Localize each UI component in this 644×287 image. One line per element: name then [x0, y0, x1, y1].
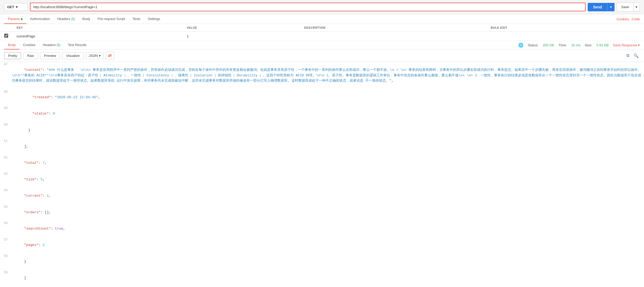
visualize-button[interactable]: Visualize	[62, 52, 84, 59]
tabs-right: Cookies Code	[617, 17, 640, 21]
code-line-57: 57 "pages": 2	[0, 237, 644, 254]
tab-pre-request[interactable]: Pre-request Script	[94, 14, 129, 24]
tab-headers[interactable]: Headers (6)	[54, 14, 79, 24]
code-line-52: 52 "total": 7,	[0, 155, 644, 171]
size-value: 5.62 KB	[596, 43, 608, 47]
response-tabs-bar: Body Cookies Headers (6) Test Results 🌐 …	[0, 41, 644, 50]
preview-button[interactable]: Preview	[40, 52, 60, 59]
code-line-59: 59 }	[0, 270, 644, 286]
tab-tests[interactable]: Tests	[129, 14, 144, 24]
table-row: currentPage 1	[0, 32, 644, 41]
save-group: Save ▾	[617, 3, 640, 11]
code-line-56: 56 "searchCount": true,	[0, 221, 644, 237]
size-label: Size:	[585, 43, 592, 47]
response-status-bar: 🌐 Status: 200 OK Time: 16 ms Size: 5.62 …	[518, 43, 640, 48]
method-label: GET	[7, 5, 14, 9]
code-line-55: 55 "orders": [],	[0, 204, 644, 221]
send-group: Send ▾	[588, 3, 615, 11]
globe-icon: 🌐	[518, 43, 524, 48]
code-line-53: 53 "size": 5,	[0, 171, 644, 188]
code-line-51: 51 ],	[0, 138, 644, 155]
row-checkbox[interactable]	[4, 34, 8, 38]
bulk-edit-button[interactable]: Bulk Edit	[486, 24, 644, 32]
response-tab-test-results[interactable]: Test Results	[64, 41, 90, 50]
code-toolbar: Pretty Raw Preview Visualize JSON ▾ ⇌ ⧉ …	[0, 50, 644, 62]
response-tab-headers[interactable]: Headers (6)	[39, 41, 64, 50]
save-button[interactable]: Save	[617, 3, 633, 11]
method-chevron: ▾	[16, 5, 18, 9]
response-tab-body[interactable]: Body	[4, 41, 19, 50]
params-table: KEY VALUE DESCRIPTION Bulk Edit currentP…	[0, 24, 644, 41]
url-input[interactable]	[31, 3, 585, 11]
send-dropdown-button[interactable]: ▾	[607, 3, 615, 11]
toolbar-right: ⧉ 🔍	[625, 52, 640, 59]
url-input-wrapper	[30, 3, 586, 11]
tab-authorization[interactable]: Authorization	[26, 14, 54, 24]
tab-settings[interactable]: Settings	[144, 14, 164, 24]
code-area: 47 "content": "### 什么是事务 \n\n> 事务是应用程序中一…	[0, 62, 644, 286]
code-line-50: 50 }	[0, 122, 644, 138]
send-button[interactable]: Send	[588, 3, 607, 11]
code-link[interactable]: Code	[632, 17, 640, 21]
raw-button[interactable]: Raw	[23, 52, 38, 59]
code-line-48: 48 "created": "2020-05-22 22:04:46",	[0, 89, 644, 106]
th-value: VALUE	[183, 24, 300, 32]
code-line-58: 58 }	[0, 254, 644, 270]
row-value: 1	[183, 32, 300, 41]
code-line-47: 47 "content": "### 什么是事务 \n\n> 事务是应用程序中一…	[0, 62, 644, 89]
format-chevron: ▾	[99, 54, 101, 58]
th-key: KEY	[12, 24, 183, 32]
row-description	[300, 32, 486, 41]
cookies-link[interactable]: Cookies	[617, 17, 629, 21]
search-button[interactable]: 🔍	[632, 52, 640, 59]
time-value: 16 ms	[571, 43, 580, 47]
th-description: DESCRIPTION	[300, 24, 486, 32]
format-select[interactable]: JSON ▾	[86, 52, 104, 59]
params-dot	[21, 18, 23, 20]
status-value: 200 OK	[543, 43, 554, 47]
time-label: Time:	[559, 43, 567, 47]
pretty-button[interactable]: Pretty	[4, 52, 21, 59]
save-dropdown-button[interactable]: ▾	[633, 3, 640, 11]
row-actions	[486, 32, 644, 41]
row-checkbox-cell	[0, 32, 12, 41]
tab-params[interactable]: Params	[4, 14, 26, 24]
code-line-54: 54 "current": 1,	[0, 188, 644, 204]
tab-body[interactable]: Body	[79, 14, 94, 24]
status-label: Status:	[528, 43, 538, 47]
save-response-button[interactable]: Save Response ▾	[613, 43, 640, 47]
top-bar: GET ▾ Send ▾ Save ▾	[0, 0, 644, 14]
wrap-button[interactable]: ⇌	[106, 52, 114, 60]
request-tabs-bar: Params Authorization Headers (6) Body Pr…	[0, 14, 644, 24]
method-select[interactable]: GET ▾	[4, 3, 28, 11]
copy-button[interactable]: ⧉	[625, 52, 630, 59]
code-line-49: 49 "status": 0	[0, 106, 644, 122]
row-key: currentPage	[12, 32, 183, 41]
th-checkbox	[0, 24, 12, 32]
response-tab-cookies[interactable]: Cookies	[19, 41, 39, 50]
